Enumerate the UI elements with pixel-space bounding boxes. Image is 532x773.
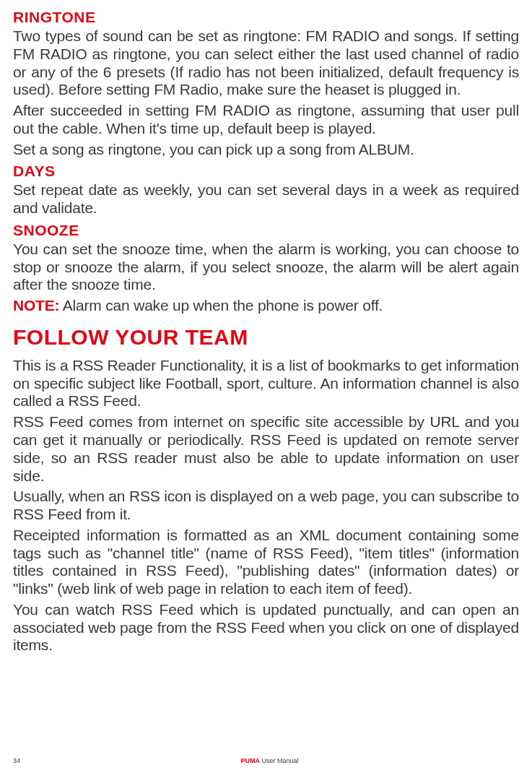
footer-suffix: User Manual [260,757,299,764]
section-snooze: SNOOZE You can set the snooze time, when… [13,222,519,315]
note-paragraph: NOTE: Alarm can wake up when the phone i… [13,297,519,315]
heading-snooze: SNOOZE [13,222,519,239]
paragraph: You can set the snooze time, when the al… [13,241,519,294]
paragraph: Set repeat date as weekly, you can set s… [13,181,519,217]
paragraph: You can watch RSS Feed which is updated … [13,601,519,655]
paragraph: Receipted information is formatted as an… [13,527,519,598]
paragraph: RSS Feed comes from internet on specific… [13,413,519,485]
paragraph: After succeeded in setting FM RADIO as r… [13,102,519,138]
paragraph: This is a RSS Reader Functionality, it i… [13,357,519,410]
heading-follow-your-team: FOLLOW YOUR TEAM [13,325,519,350]
note-label: NOTE: [13,297,59,314]
section-days: DAYS Set repeat date as weekly, you can … [13,163,519,217]
page-number: 34 [13,757,20,764]
page-footer: 34 PUMA User Manual [13,757,519,764]
note-text: Alarm can wake up when the phone is powe… [59,297,383,314]
paragraph: Usually, when an RSS icon is displayed o… [13,488,519,524]
paragraph: Set a song as ringtone, you can pick up … [13,141,519,159]
section-ringtone: RINGTONE Two types of sound can be set a… [13,9,519,158]
heading-ringtone: RINGTONE [13,9,519,26]
footer-brand: PUMA [240,757,260,764]
section-follow: This is a RSS Reader Functionality, it i… [13,357,519,655]
paragraph: Two types of sound can be set as rington… [13,27,519,99]
footer-title: PUMA User Manual [13,757,519,764]
heading-days: DAYS [13,163,519,180]
